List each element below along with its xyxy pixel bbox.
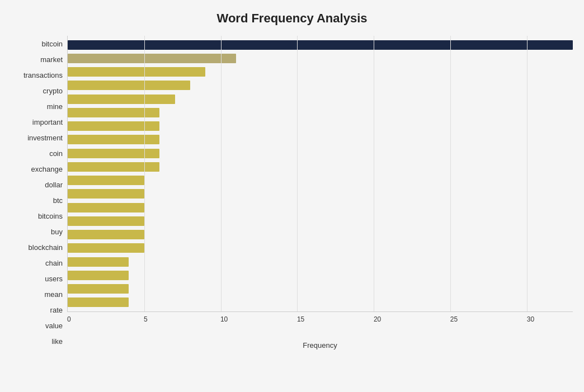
y-axis-labels: bitcoinmarkettransactionscryptomineimpor… [11, 36, 67, 350]
bar-row [68, 133, 573, 147]
bar-blockchain [68, 216, 144, 226]
bar-coin [68, 135, 159, 144]
grid-line [297, 36, 298, 311]
grid-line [527, 36, 528, 311]
bar-important [68, 108, 159, 117]
bar-row [68, 120, 573, 133]
chart-title: Word Frequency Analysis [11, 11, 573, 26]
bar-investment [68, 121, 159, 131]
y-label: coin [49, 150, 63, 157]
y-label: exchange [31, 166, 63, 173]
bar-row [68, 174, 573, 187]
bar-value [68, 284, 129, 294]
bar-row [68, 296, 573, 309]
bar-row [68, 92, 573, 106]
y-label: buy [51, 228, 63, 235]
bar-row [68, 187, 573, 201]
y-label: market [40, 56, 63, 63]
bar-mean [68, 257, 129, 267]
bar-users [68, 243, 144, 253]
bar-bitcoin [68, 40, 573, 50]
bar-dollar [68, 162, 159, 172]
y-label: investment [27, 134, 63, 141]
chart-container: Word Frequency Analysis bitcoinmarkettra… [0, 0, 584, 392]
bar-crypto [68, 81, 190, 90]
bar-row [68, 147, 573, 160]
bar-row [68, 106, 573, 119]
chart-area: bitcoinmarkettransactionscryptomineimpor… [11, 36, 573, 350]
bar-row [68, 228, 573, 242]
bar-buy [68, 203, 144, 212]
y-label: bitcoin [41, 40, 63, 48]
bar-exchange [68, 149, 159, 158]
grid-line [221, 36, 222, 311]
y-label: users [45, 275, 63, 282]
y-label: important [32, 119, 63, 126]
bar-like [68, 297, 129, 307]
bar-row [68, 160, 573, 173]
bar-market [68, 54, 236, 63]
grid-line [144, 36, 145, 311]
bar-row [68, 201, 573, 214]
bar-row [68, 268, 573, 282]
x-axis-title: Frequency [67, 341, 573, 350]
bar-row [68, 51, 573, 65]
grid-line [450, 36, 451, 311]
bar-row [68, 242, 573, 255]
bars-wrapper [68, 36, 573, 311]
y-label: rate [50, 306, 63, 314]
bar-chain [68, 230, 144, 239]
bar-mine [68, 95, 175, 104]
y-label: value [45, 322, 63, 329]
bar-rate [68, 271, 129, 280]
y-label: crypto [43, 87, 63, 95]
y-label: blockchain [29, 244, 63, 251]
bar-row [68, 65, 573, 79]
bar-btc [68, 176, 144, 185]
x-axis: 051015202530 [67, 312, 573, 329]
y-label: mine [47, 103, 63, 110]
bars-and-x: 051015202530 Frequency [67, 36, 573, 350]
y-label: btc [53, 197, 63, 204]
bar-bitcoins [68, 189, 144, 199]
grid-line [374, 36, 374, 311]
y-label: dollar [45, 181, 63, 188]
y-label: transactions [23, 72, 63, 79]
y-label: mean [44, 291, 63, 298]
bars-area [67, 36, 573, 312]
y-label: like [51, 338, 63, 345]
bar-transactions [68, 67, 205, 77]
bar-row [68, 214, 573, 228]
bar-row [68, 79, 573, 92]
bar-row [68, 38, 573, 51]
y-label: chain [45, 259, 63, 267]
bar-row [68, 282, 573, 296]
y-label: bitcoins [38, 212, 63, 220]
bar-row [68, 255, 573, 268]
